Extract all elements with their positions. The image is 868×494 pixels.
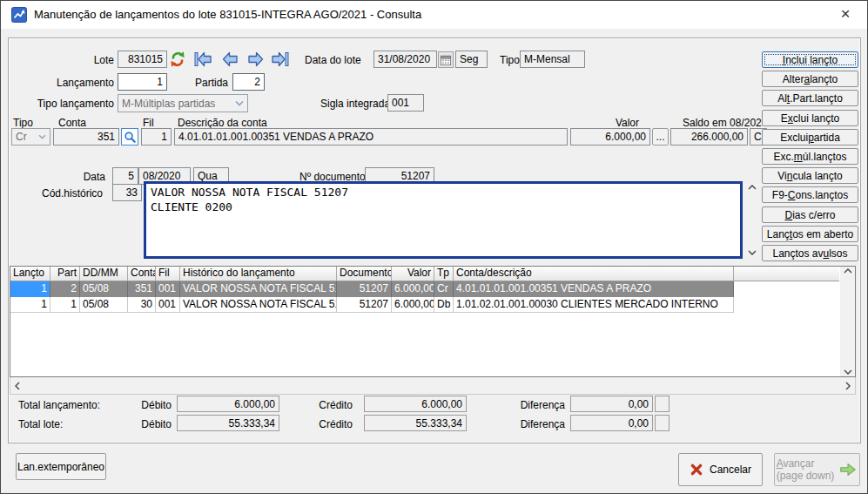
close-button[interactable]: × — [831, 2, 860, 26]
next-record-button[interactable] — [246, 51, 266, 68]
calendar-icon[interactable] — [438, 51, 454, 68]
valor-field[interactable]: 6.000,00 — [570, 128, 650, 145]
historico-scrollbar[interactable] — [744, 183, 760, 257]
historico-line-2: CLIENTE 0200 — [151, 200, 736, 214]
cell-documento[interactable]: 51207 — [337, 297, 392, 313]
scroll-left-icon[interactable] — [15, 382, 20, 390]
saldo-field[interactable]: 266.000,00 — [670, 128, 748, 145]
table-row[interactable]: 1 1 05/08 30 001 VALOR NOSSA NOTA FISCAL… — [10, 297, 839, 313]
cell-historico[interactable]: VALOR NOSSA NOTA FISCAL 51207 — [180, 281, 337, 297]
inclui-lancto-button[interactable]: Inclui lançto — [762, 51, 858, 68]
tipo-label: Tipo — [500, 54, 520, 66]
lanctos-avulsos-button[interactable]: Lançtos avulsos — [762, 245, 858, 261]
total-lote-diferenca-field[interactable]: 0,00 — [570, 415, 653, 431]
col-conta[interactable]: Conta — [128, 267, 156, 281]
exclui-lancto-button[interactable]: Exclui lançto — [762, 110, 858, 126]
scroll-right-icon[interactable] — [845, 382, 851, 390]
dias-c-erro-button[interactable]: Dias c/erro — [762, 206, 858, 223]
col-tp[interactable]: Tp — [434, 267, 454, 281]
historico-textarea[interactable]: VALOR NOSSA NOTA FISCAL 51207 CLIENTE 02… — [144, 181, 743, 259]
cell-lancto[interactable]: 1 — [10, 281, 50, 297]
total-lote-debito-field[interactable]: 55.333,34 — [177, 415, 279, 431]
table-scrollbar-vertical[interactable] — [840, 267, 855, 376]
cell-tp[interactable]: Db — [434, 297, 454, 313]
table-scrollbar-horizontal[interactable] — [10, 377, 856, 395]
cell-tp[interactable]: Cr — [434, 281, 454, 297]
alt-part-lancto-button[interactable]: Alt.Part.lançto — [762, 90, 858, 106]
scroll-up-icon[interactable] — [748, 185, 757, 190]
diferenca-label: Diferença — [495, 418, 565, 430]
refresh-icon[interactable] — [169, 51, 186, 68]
cell-part[interactable]: 2 — [50, 281, 80, 297]
descricao-conta-field[interactable]: 4.01.01.01.001.00351 VENDAS A PRAZO — [174, 128, 568, 145]
col-valor[interactable]: Valor — [392, 267, 434, 281]
sigla-integrada-field[interactable]: 001 — [387, 94, 424, 112]
col-conta-descricao[interactable]: Conta/descrição — [454, 267, 734, 281]
cell-historico[interactable]: VALOR NOSSA NOTA FISCAL 51207 — [180, 297, 337, 313]
partida-field[interactable]: 2 — [232, 73, 265, 91]
cod-historico-label: Cód.histórico — [33, 187, 103, 200]
avancar-label: Avançar(page down) — [777, 457, 835, 482]
lan-extemporaneo-button[interactable]: Lan.extemporâneo — [16, 453, 106, 480]
total-lote-dc-field[interactable] — [655, 415, 670, 431]
partida-label: Partida — [195, 77, 228, 89]
cell-conta-descricao[interactable]: 1.01.02.01.001.00030 CLIENTES MERCADO IN… — [454, 297, 734, 313]
table-header-row: Lançto Part DD/MM Conta Fil Histórico do… — [10, 267, 839, 281]
conta-field[interactable]: 351 — [53, 128, 119, 145]
cell-fil[interactable]: 001 — [156, 281, 180, 297]
conta-tipo-select[interactable]: Cr — [11, 128, 50, 145]
fil-field[interactable]: 1 — [141, 128, 172, 145]
table-row-selected[interactable]: 1 2 05/08 351 001 VALOR NOSSA NOTA FISCA… — [10, 281, 839, 297]
weekday-field[interactable]: Seg — [455, 51, 488, 68]
more-button[interactable]: ... — [652, 128, 669, 145]
avancar-button[interactable]: Avançar(page down) — [774, 453, 860, 486]
first-record-button[interactable] — [192, 51, 213, 68]
lanctos-em-aberto-button[interactable]: Lançtos em aberto — [762, 226, 858, 242]
total-lancamento-credito-field[interactable]: 6.000,00 — [364, 396, 467, 412]
exclui-partida-button[interactable]: Exclui partida — [762, 129, 858, 145]
lancamento-field[interactable]: 1 — [118, 73, 167, 91]
data-day-field[interactable]: 5 — [112, 167, 138, 185]
cell-documento[interactable]: 51207 — [337, 281, 392, 297]
debito-label: Débito — [102, 418, 172, 430]
cell-valor[interactable]: 6.000,00 — [392, 297, 434, 313]
col-part[interactable]: Part — [50, 267, 80, 281]
exc-mul-lanctos-button[interactable]: Exc.múl.lançtos — [762, 148, 858, 165]
total-lote-credito-field[interactable]: 55.333,34 — [364, 415, 467, 431]
cell-ddmm[interactable]: 05/08 — [80, 281, 128, 297]
vincula-lancto-button[interactable]: Vincula lançto — [762, 167, 858, 184]
cell-conta[interactable]: 30 — [128, 297, 156, 313]
search-icon[interactable] — [121, 128, 138, 145]
cell-ddmm[interactable]: 05/08 — [80, 297, 128, 313]
total-lancamento-dc-field[interactable] — [655, 396, 670, 412]
altera-lancto-button[interactable]: Altera lançto — [762, 71, 858, 87]
tipo-lancamento-value: M-Múltiplas partidas — [122, 98, 215, 110]
cell-fil[interactable]: 001 — [156, 297, 180, 313]
saldo-label: Saldo em 08/2020 — [683, 117, 767, 129]
cell-part[interactable]: 1 — [50, 297, 80, 313]
cod-historico-field[interactable]: 33 — [112, 184, 142, 201]
cell-valor[interactable]: 6.000,00 — [392, 281, 434, 297]
scroll-down-icon[interactable] — [844, 369, 852, 375]
tipo-lancamento-select[interactable]: M-Múltiplas partidas — [118, 94, 248, 112]
cell-lancto[interactable]: 1 — [10, 297, 50, 313]
col-lancto[interactable]: Lançto — [10, 267, 50, 281]
col-documento[interactable]: Documento — [337, 267, 392, 281]
f9-cons-lanctos-button[interactable]: F9-Cons.lançtos — [762, 186, 858, 203]
conta-tipo-value: Cr — [16, 131, 27, 143]
scroll-up-icon[interactable] — [844, 268, 852, 274]
total-lancamento-diferenca-field[interactable]: 0,00 — [570, 396, 653, 412]
previous-record-button[interactable] — [219, 51, 240, 68]
col-historico[interactable]: Histórico do lançamento — [180, 267, 337, 281]
cell-conta-descricao[interactable]: 4.01.01.01.001.00351 VENDAS A PRAZO — [454, 281, 734, 297]
cell-conta[interactable]: 351 — [128, 281, 156, 297]
tipo-field[interactable]: M-Mensal — [520, 51, 585, 68]
col-ddmm[interactable]: DD/MM — [80, 267, 128, 281]
col-fil[interactable]: Fil — [156, 267, 180, 281]
last-record-button[interactable] — [270, 51, 291, 68]
data-do-lote-field[interactable]: 31/08/2020 — [373, 51, 437, 68]
cancelar-button[interactable]: Cancelar — [678, 453, 763, 486]
total-lancamento-debito-field[interactable]: 6.000,00 — [177, 396, 279, 412]
scroll-down-icon[interactable] — [748, 250, 757, 255]
lote-field[interactable]: 831015 — [118, 51, 167, 68]
